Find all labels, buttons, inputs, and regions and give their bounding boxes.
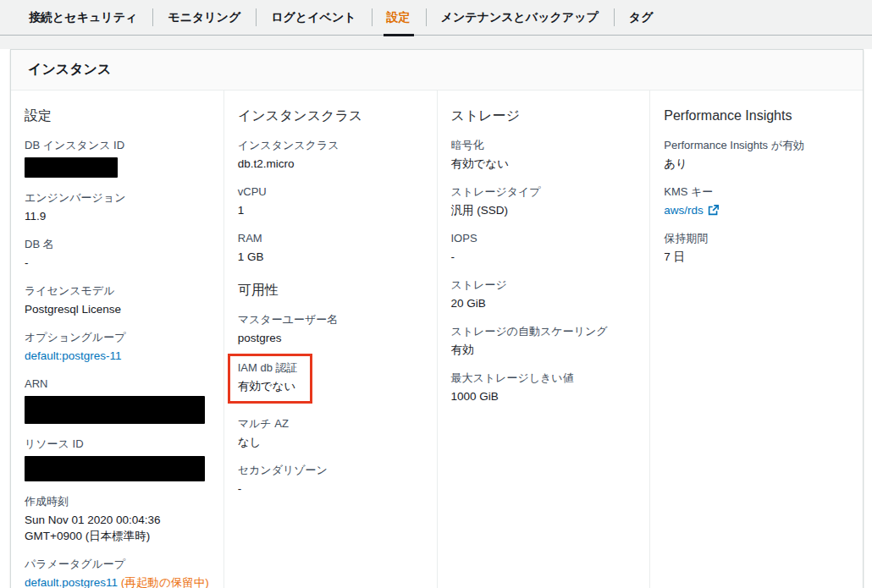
tab-monitoring[interactable]: モニタリング	[152, 0, 256, 35]
field-label-retention-period: 保持期間	[664, 231, 849, 246]
field-multi-az: マルチ AZなし	[238, 416, 423, 450]
field-label-storage-autoscaling: ストレージの自動スケーリング	[451, 324, 637, 339]
field-label-engine-version: エンジンバージョン	[25, 190, 210, 206]
field-db-instance-id: DB インスタンス ID	[25, 138, 210, 178]
field-value-db-name: -	[25, 255, 210, 271]
field-label-db-name: DB 名	[25, 237, 210, 252]
field-pi-enabled: Performance Insights が有効あり	[664, 138, 849, 172]
card-column-4: Performance InsightsPerformance Insights…	[649, 91, 863, 588]
field-storage-autoscaling: ストレージの自動スケーリング有効	[451, 324, 637, 358]
field-label-iam-db-auth: IAM db 認証	[238, 360, 298, 376]
field-value-master-username: postgres	[238, 330, 423, 346]
instance-card-body: 設定DB インスタンス IDエンジンバージョン11.9DB 名-ライセンスモデル…	[11, 91, 863, 588]
field-value-ram: 1 GB	[238, 249, 423, 265]
field-value-license-model: Postgresql License	[25, 301, 210, 317]
field-value-vcpu: 1	[238, 202, 423, 218]
field-value-secondary-zone: -	[238, 481, 423, 497]
redacted-value-db-instance-id	[25, 157, 118, 178]
field-arn: ARN	[25, 376, 210, 424]
field-label-storage-type: ストレージタイプ	[451, 184, 637, 200]
field-kms-key: KMS キーaws/rds	[664, 184, 849, 218]
redacted-value-arn	[25, 396, 205, 424]
field-label-instance-class: インスタンスクラス	[238, 138, 423, 153]
tab-strip: 接続とセキュリティモニタリングログとイベント設定メンテナンスとバックアップタグ	[0, 0, 872, 49]
field-value-storage-autoscaling: 有効	[451, 342, 637, 358]
field-label-pi-enabled: Performance Insights が有効	[664, 138, 849, 153]
field-value-pi-enabled: あり	[664, 156, 849, 172]
link-option-group[interactable]: default:postgres-11	[25, 349, 122, 362]
tab-logs-events[interactable]: ログとイベント	[256, 0, 371, 35]
field-label-parameter-group: パラメータグループ	[25, 557, 210, 572]
tab-tags[interactable]: タグ	[614, 0, 669, 35]
external-link-icon	[708, 205, 719, 216]
field-created-time: 作成時刻Sun Nov 01 2020 00:04:36 GMT+0900 (日…	[25, 494, 210, 544]
card-column-1: 設定DB インスタンス IDエンジンバージョン11.9DB 名-ライセンスモデル…	[11, 91, 224, 588]
annotation-highlight-box: IAM db 認証有効でない	[228, 354, 312, 404]
field-value-encryption: 有効でない	[451, 156, 637, 172]
field-label-vcpu: vCPU	[238, 184, 423, 200]
field-value-multi-az: なし	[238, 434, 423, 450]
section-heading: 可用性	[238, 281, 423, 299]
field-value-instance-class: db.t2.micro	[238, 156, 423, 172]
field-label-storage: ストレージ	[451, 278, 637, 293]
field-db-name: DB 名-	[25, 237, 210, 271]
field-vcpu: vCPU1	[238, 184, 423, 218]
instance-card-header: インスタンス	[11, 50, 863, 91]
field-option-group: オプショングループdefault:postgres-11	[25, 330, 210, 364]
field-value-max-storage-threshold: 1000 GiB	[451, 388, 637, 404]
section-heading: ストレージ	[451, 107, 637, 125]
field-value-kms-key: aws/rds	[664, 202, 849, 218]
field-label-max-storage-threshold: 最大ストレージしきい値	[451, 371, 637, 386]
section-heading: 設定	[25, 107, 210, 125]
section-heading: インスタンスクラス	[238, 107, 423, 125]
pending-reboot-badge: (再起動の保留中)	[118, 576, 209, 588]
field-max-storage-threshold: 最大ストレージしきい値1000 GiB	[451, 371, 637, 404]
field-value-storage-type: 汎用 (SSD)	[451, 202, 637, 218]
field-label-iops: IOPS	[451, 231, 637, 246]
field-label-option-group: オプショングループ	[25, 330, 210, 345]
card-title: インスタンス	[28, 62, 111, 76]
field-label-resource-id: リソース ID	[25, 437, 210, 452]
field-value-iam-db-auth: 有効でない	[238, 378, 298, 394]
field-label-license-model: ライセンスモデル	[25, 283, 210, 299]
field-value-storage: 20 GiB	[451, 295, 637, 311]
field-resource-id: リソース ID	[25, 437, 210, 481]
field-value-option-group: default:postgres-11	[25, 348, 210, 364]
field-master-username: マスターユーザー名postgres	[238, 312, 423, 346]
detail-tabs: 接続とセキュリティモニタリングログとイベント設定メンテナンスとバックアップタグ	[0, 0, 872, 36]
tab-connectivity-security[interactable]: 接続とセキュリティ	[14, 0, 152, 35]
field-parameter-group: パラメータグループdefault.postgres11 (再起動の保留中)	[25, 557, 210, 588]
instance-card: インスタンス 設定DB インスタンス IDエンジンバージョン11.9DB 名-ラ…	[10, 49, 864, 588]
field-label-ram: RAM	[238, 231, 423, 246]
field-ram: RAM1 GB	[238, 231, 423, 265]
field-storage: ストレージ20 GiB	[451, 278, 637, 311]
field-license-model: ライセンスモデルPostgresql License	[25, 283, 210, 317]
field-instance-class: インスタンスクラスdb.t2.micro	[238, 138, 423, 172]
field-iam-db-auth: IAM db 認証有効でない	[238, 360, 298, 394]
link-parameter-group[interactable]: default.postgres11	[25, 576, 118, 588]
field-iops: IOPS-	[451, 231, 637, 265]
field-retention-period: 保持期間7 日	[664, 231, 849, 265]
link-kms-key[interactable]: aws/rds	[664, 204, 704, 217]
tab-maintenance-backups[interactable]: メンテナンスとバックアップ	[426, 0, 614, 35]
field-label-kms-key: KMS キー	[664, 184, 849, 200]
field-value-engine-version: 11.9	[25, 208, 210, 224]
field-secondary-zone: セカンダリゾーン-	[238, 463, 423, 497]
field-label-secondary-zone: セカンダリゾーン	[238, 463, 423, 478]
field-encryption: 暗号化有効でない	[451, 138, 637, 172]
field-engine-version: エンジンバージョン11.9	[25, 190, 210, 224]
field-value-retention-period: 7 日	[664, 249, 849, 265]
field-label-encryption: 暗号化	[451, 138, 637, 153]
field-storage-type: ストレージタイプ汎用 (SSD)	[451, 184, 637, 218]
field-value-parameter-group: default.postgres11 (再起動の保留中)	[25, 574, 210, 588]
redacted-value-resource-id	[25, 456, 205, 481]
tab-configuration[interactable]: 設定	[372, 0, 426, 35]
field-label-multi-az: マルチ AZ	[238, 416, 423, 431]
card-column-3: ストレージ暗号化有効でないストレージタイプ汎用 (SSD)IOPS-ストレージ2…	[437, 91, 650, 588]
card-column-2: インスタンスクラスインスタンスクラスdb.t2.microvCPU1RAM1 G…	[224, 91, 437, 588]
field-label-created-time: 作成時刻	[25, 494, 210, 509]
field-value-iops: -	[451, 249, 637, 265]
field-label-db-instance-id: DB インスタンス ID	[25, 138, 210, 153]
section-heading: Performance Insights	[664, 107, 849, 125]
field-value-created-time: Sun Nov 01 2020 00:04:36 GMT+0900 (日本標準時…	[25, 512, 210, 544]
